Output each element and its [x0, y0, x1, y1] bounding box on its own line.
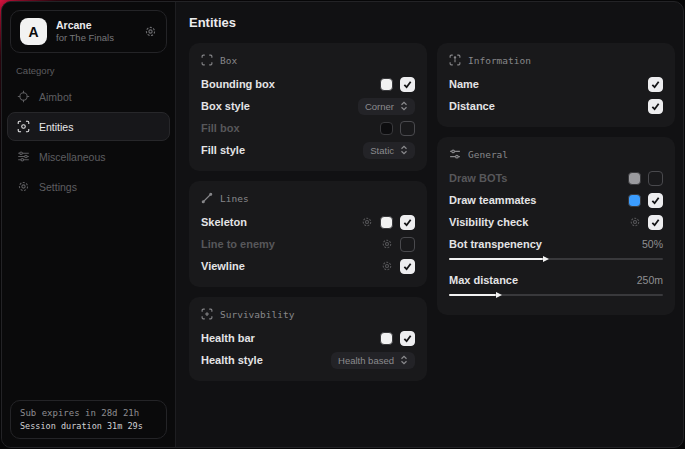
fill-style-dropdown[interactable]: Static — [363, 142, 415, 159]
check-icon — [403, 80, 412, 89]
row-health-bar: Health bar — [201, 327, 415, 349]
slider-label: Bot transpenency — [449, 238, 642, 250]
row-fill-box: Fill box — [201, 117, 415, 139]
main-panel: Entities Box Bounding box — [176, 2, 684, 447]
brand-card: A Arcane for The Finals — [10, 10, 167, 53]
dropdown-value: Health based — [338, 355, 394, 366]
row-name: Name — [449, 73, 663, 95]
row-label: Bounding box — [201, 78, 380, 90]
max-distance-slider[interactable] — [449, 291, 663, 299]
card-information-header: Information — [449, 51, 663, 73]
viewline-checkbox[interactable] — [400, 259, 415, 274]
draw-bots-checkbox[interactable] — [648, 171, 663, 186]
color-swatch[interactable] — [380, 216, 393, 229]
gear-icon[interactable] — [144, 25, 157, 38]
brand-text: Arcane for The Finals — [56, 19, 135, 44]
card-title: Survivability — [220, 309, 294, 320]
row-label: Distance — [449, 100, 648, 112]
crosshair-icon — [17, 90, 30, 103]
sidebar-item-label: Entities — [39, 121, 73, 133]
app-subtitle: for The Finals — [56, 32, 135, 44]
box-style-dropdown[interactable]: Corner — [358, 98, 415, 115]
health-bar-checkbox[interactable] — [400, 331, 415, 346]
row-draw-bots: Draw BOTs — [449, 167, 663, 189]
bounding-box-checkbox[interactable] — [400, 77, 415, 92]
app-title: Arcane — [56, 19, 135, 32]
card-survivability-header: Survivability — [201, 305, 415, 327]
check-icon — [403, 262, 412, 271]
sidebar-item-settings[interactable]: Settings — [7, 172, 170, 201]
card-lines-header: Lines — [201, 189, 415, 211]
row-label: Fill style — [201, 144, 363, 156]
row-label: Health bar — [201, 332, 380, 344]
dropdown-value: Corner — [365, 101, 394, 112]
row-line-to-enemy: Line to enemy — [201, 233, 415, 255]
sidebar-item-label: Aimbot — [39, 91, 72, 103]
app-window: A Arcane for The Finals Category Aimbot — [1, 1, 684, 448]
draw-teammates-checkbox[interactable] — [648, 193, 663, 208]
box-corners-icon — [201, 54, 213, 66]
subscription-info-card: Sub expires in 28d 21h Session duration … — [10, 400, 167, 439]
max-distance-group: Max distance 250m — [449, 269, 663, 305]
category-label: Category — [16, 65, 175, 76]
color-swatch[interactable] — [380, 78, 393, 91]
row-label: Name — [449, 78, 648, 90]
card-title: Lines — [220, 193, 249, 204]
row-draw-teammates: Draw teammates — [449, 189, 663, 211]
session-duration-text: Session duration 31m 29s — [20, 421, 157, 431]
sidebar-item-label: Miscellaneous — [39, 151, 106, 163]
bot-transparency-slider[interactable] — [449, 255, 663, 263]
fill-box-checkbox[interactable] — [400, 121, 415, 136]
viewline-settings-gear-icon[interactable] — [381, 260, 393, 272]
check-icon — [403, 334, 412, 343]
bot-transparency-group: Bot transpenency 50% — [449, 233, 663, 269]
row-bounding-box: Bounding box — [201, 73, 415, 95]
health-style-dropdown[interactable]: Health based — [331, 352, 415, 369]
sidebar-item-entities[interactable]: Entities — [7, 112, 170, 141]
line-to-enemy-checkbox[interactable] — [400, 237, 415, 252]
row-label: Line to enemy — [201, 238, 381, 250]
color-swatch[interactable] — [628, 172, 641, 185]
entities-icon — [17, 120, 30, 133]
distance-checkbox[interactable] — [648, 99, 663, 114]
app-logo: A — [20, 18, 47, 45]
chevron-up-down-icon — [400, 355, 408, 365]
row-box-style: Box style Corner — [201, 95, 415, 117]
sidebar-item-label: Settings — [39, 181, 77, 193]
sidebar-item-miscellaneous[interactable]: Miscellaneous — [7, 142, 170, 171]
general-sliders-icon — [449, 148, 461, 160]
chevron-up-down-icon — [400, 101, 408, 111]
slider-value: 50% — [642, 238, 663, 250]
color-swatch[interactable] — [380, 122, 393, 135]
line-icon — [201, 192, 213, 204]
visibility-check-checkbox[interactable] — [648, 215, 663, 230]
color-swatch[interactable] — [380, 332, 393, 345]
skeleton-checkbox[interactable] — [400, 215, 415, 230]
sub-expiry-text: Sub expires in 28d 21h — [20, 408, 157, 418]
slider-label: Max distance — [449, 274, 637, 286]
card-lines: Lines Skeleton — [189, 181, 427, 287]
row-health-style: Health style Health based — [201, 349, 415, 371]
name-checkbox[interactable] — [648, 77, 663, 92]
visibility-check-settings-gear-icon[interactable] — [629, 216, 641, 228]
line-to-enemy-settings-gear-icon[interactable] — [381, 238, 393, 250]
sidebar-item-aimbot[interactable]: Aimbot — [7, 82, 170, 111]
row-label: Draw teammates — [449, 194, 628, 206]
sliders-icon — [17, 150, 30, 163]
card-information: Information Name Distance — [437, 43, 675, 127]
card-survivability: Survivability Health bar Health style — [189, 297, 427, 381]
color-swatch[interactable] — [628, 194, 641, 207]
card-box-header: Box — [201, 51, 415, 73]
row-label: Fill box — [201, 122, 380, 134]
skeleton-settings-gear-icon[interactable] — [361, 216, 373, 228]
card-box: Box Bounding box Box style — [189, 43, 427, 171]
slider-fill-thumb[interactable] — [449, 294, 496, 296]
check-icon — [403, 218, 412, 227]
check-icon — [651, 218, 660, 227]
row-label: Health style — [201, 354, 331, 366]
slider-value: 250m — [637, 274, 663, 286]
gear-icon — [17, 180, 30, 193]
row-skeleton: Skeleton — [201, 211, 415, 233]
row-viewline: Viewline — [201, 255, 415, 277]
slider-fill-thumb[interactable] — [449, 258, 543, 260]
